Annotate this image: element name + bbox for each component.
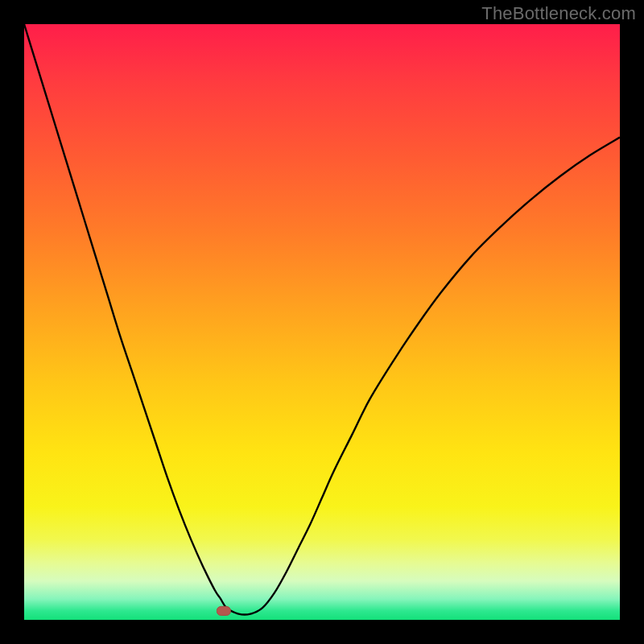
optimum-marker	[217, 606, 230, 615]
chart-svg	[24, 24, 620, 620]
watermark-text: TheBottleneck.com	[481, 3, 636, 24]
gradient-background	[24, 24, 620, 620]
plot-area	[24, 24, 620, 620]
outer-frame: TheBottleneck.com	[0, 0, 644, 644]
